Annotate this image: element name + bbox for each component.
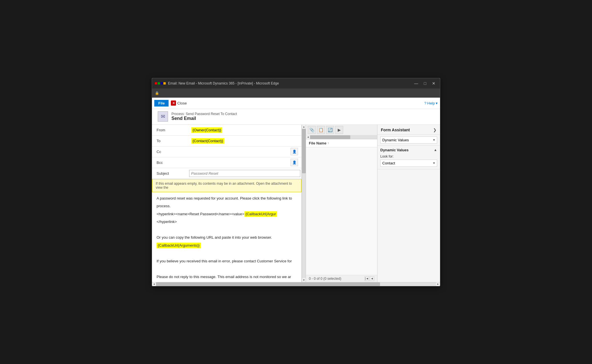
dynamic-values-select[interactable]: Dynamic Values Static Values <box>380 136 437 144</box>
pagination-controls: |◄ ◄ <box>365 276 374 281</box>
maximize-button[interactable]: □ <box>422 81 428 86</box>
cc-field[interactable]: 👤 <box>189 147 301 156</box>
browser-window: Email: New Email - Microsoft Dynamics 36… <box>152 78 440 286</box>
body-line2: process. <box>157 203 297 209</box>
attachments-panel: 📎 📋 🔄 ▶ ◄ File Name ↑ <box>306 125 377 282</box>
cc-lookup-button[interactable]: 👤 <box>291 148 298 155</box>
dynamic-values-section: Dynamic Values ▲ Look for: Contact Accou… <box>377 146 440 169</box>
from-field[interactable]: {Owner(Contact)} <box>189 127 301 133</box>
attachments-toolbar: 📎 📋 🔄 ▶ <box>306 125 377 135</box>
cc-label: Cc <box>152 150 189 154</box>
email-form-area: From {Owner(Contact)} To {Contact(Contac… <box>152 125 302 282</box>
email-vertical-scrollbar[interactable]: ▲ ▼ <box>302 125 306 282</box>
attach-scroll-thumb <box>310 135 350 139</box>
warning-text: If this email appears empty, its content… <box>156 182 292 190</box>
bcc-lookup-button[interactable]: 👤 <box>291 159 298 166</box>
prev-page-button[interactable]: ◄ <box>370 276 374 281</box>
process-label: Process: Send Password Reset To Contact <box>171 112 237 116</box>
process-header: ✉ Process: Send Password Reset To Contac… <box>152 109 440 125</box>
form-assistant-panel: Form Assistant ❯ Dynamic Values Static V… <box>377 125 440 282</box>
look-for-select[interactable]: Contact Account User <box>380 160 437 167</box>
dynamic-values-header: Dynamic Values ▲ <box>380 148 437 152</box>
pagination-text: 0 - 0 of 0 (0 selected) <box>309 277 341 281</box>
body-line3: <hyperlink><name>Reset Password</name><v… <box>157 211 297 217</box>
from-value: {Owner(Contact)} <box>191 127 222 133</box>
body-line1: A password reset was requested for your … <box>157 196 297 201</box>
h-scroll-left-button[interactable]: ◄ <box>152 283 156 285</box>
close-button[interactable]: ✕ Close <box>171 100 187 106</box>
process-title: Send Email <box>171 116 237 121</box>
look-for-select-wrapper: Contact Account User <box>380 160 437 167</box>
window-close-button[interactable]: ✕ <box>430 81 437 86</box>
body-line8: Please do not reply to this message. Thi… <box>157 274 297 280</box>
attach-h-scrollbar[interactable]: ◄ <box>306 135 377 139</box>
help-label: Help <box>427 101 435 105</box>
sort-arrow-icon[interactable]: ↑ <box>327 142 329 145</box>
to-field[interactable]: {Contact(Contact)} <box>189 138 301 144</box>
body-spacer3 <box>157 266 297 272</box>
attach-refresh-button[interactable]: 🔄 <box>326 126 334 134</box>
first-page-button[interactable]: |◄ <box>365 276 369 281</box>
to-row: To {Contact(Contact)} <box>152 136 301 146</box>
look-for-label: Look for: <box>380 154 437 158</box>
process-text: Process: Send Password Reset To Contact … <box>171 112 237 121</box>
bcc-label: Bcc <box>152 160 189 165</box>
panel-dropdown: Dynamic Values Static Values <box>377 135 440 146</box>
attach-scroll-track[interactable] <box>310 135 377 139</box>
scroll-thumb <box>302 129 306 174</box>
body-spacer2 <box>157 250 297 256</box>
scroll-up-button[interactable]: ▲ <box>303 125 305 129</box>
help-chevron-icon: ▾ <box>436 101 438 105</box>
dynamic-values-select-wrapper: Dynamic Values Static Values <box>380 136 437 144</box>
panel-header: Form Assistant ❯ <box>377 125 440 135</box>
title-bar: Email: New Email - Microsoft Dynamics 36… <box>152 78 440 89</box>
attach-upload-button[interactable]: 📎 <box>308 126 316 134</box>
lock-icon: 🔒 <box>155 91 159 95</box>
h-scroll-right-button[interactable]: ► <box>436 283 440 285</box>
attachments-pagination: 0 - 0 of 0 (0 selected) |◄ ◄ <box>306 275 377 282</box>
body-line5: Or you can copy the following URL and pa… <box>157 235 297 240</box>
cc-row: Cc 👤 <box>152 146 301 157</box>
attach-play-button[interactable]: ▶ <box>335 126 343 134</box>
subject-row: Subject <box>152 168 301 179</box>
callback-highlight-2: {CallbackUrl(Arguments)} <box>157 243 201 248</box>
minimize-button[interactable]: — <box>413 81 420 86</box>
scroll-track[interactable] <box>302 129 306 278</box>
from-row: From {Owner(Contact)} <box>152 125 301 136</box>
dynamic-values-title: Dynamic Values <box>380 148 409 152</box>
from-label: From <box>152 128 189 132</box>
attach-note-button[interactable]: 📋 <box>317 126 325 134</box>
body-line4: </hyperlink> <box>157 219 297 225</box>
scroll-down-button[interactable]: ▼ <box>303 278 305 282</box>
callback-highlight-1: {CallbackUrl(Argur <box>244 211 277 217</box>
bcc-field[interactable]: 👤 <box>189 158 301 167</box>
email-body[interactable]: A password reset was requested for your … <box>152 192 301 282</box>
warning-banner: If this email appears empty, its content… <box>152 179 301 192</box>
file-name-header: File Name <box>309 141 326 145</box>
close-label: Close <box>177 101 187 105</box>
h-scroll-track[interactable] <box>156 282 436 286</box>
panel-expand-button[interactable]: ❯ <box>433 128 437 132</box>
collapse-button[interactable]: ▲ <box>434 148 437 152</box>
help-icon: ? <box>424 101 426 105</box>
app-content: File ✕ Close ? Help ▾ ✉ Process: Send Pa… <box>152 98 440 286</box>
to-label: To <box>152 139 189 143</box>
h-scroll-thumb <box>156 282 380 286</box>
address-bar: 🔒 <box>152 89 440 98</box>
file-button[interactable]: File <box>154 100 169 106</box>
process-icon: ✉ <box>158 111 168 122</box>
bottom-horizontal-scrollbar[interactable]: ◄ ► <box>152 282 440 286</box>
help-button[interactable]: ? Help ▾ <box>424 101 438 105</box>
body-spacer <box>157 227 297 233</box>
attachments-header: File Name ↑ <box>306 139 377 147</box>
body-line7: If you believe you received this email i… <box>157 258 297 264</box>
close-x-icon: ✕ <box>171 100 176 106</box>
attach-scroll-left[interactable]: ◄ <box>306 136 310 138</box>
subject-input[interactable] <box>189 170 300 177</box>
panel-title: Form Assistant <box>381 128 410 132</box>
browser-favicon <box>155 82 166 85</box>
subject-label: Subject <box>152 171 189 176</box>
ribbon: File ✕ Close ? Help ▾ <box>152 98 440 109</box>
body-line6: {CallbackUrl(Arguments)} <box>157 243 297 248</box>
browser-title: Email: New Email - Microsoft Dynamics 36… <box>168 81 410 85</box>
